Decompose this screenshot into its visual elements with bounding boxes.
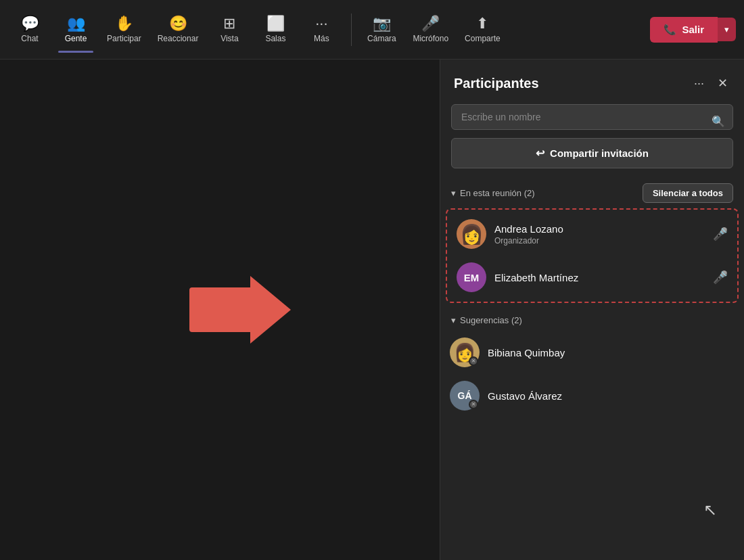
nav-comparte[interactable]: ⬆ Comparte: [458, 12, 507, 47]
participant-info-andrea: Andrea Lozano Organizador: [494, 223, 705, 246]
panel-close-button[interactable]: ✕: [715, 73, 730, 93]
search-icon: 🔍: [712, 115, 725, 128]
salas-icon: ⬜: [266, 16, 285, 31]
end-call-label: Salir: [682, 24, 704, 35]
main-content: Participantes ··· ✕ 🔍 ↩ Compartir invita…: [0, 60, 744, 560]
chat-icon: 💬: [21, 16, 39, 31]
participant-info-gustavo: Gustavo Álvarez: [488, 390, 735, 402]
end-call-button[interactable]: 📞 Salir: [650, 17, 718, 43]
mic-icon-andrea: 🎤: [713, 227, 728, 241]
microfono-label: Micrófono: [413, 34, 448, 43]
participant-role-andrea: Organizador: [494, 236, 705, 246]
phone-icon: 📞: [664, 24, 676, 36]
reaccionar-icon: 😊: [169, 16, 187, 31]
nav-chat[interactable]: 💬 Chat: [8, 12, 51, 47]
panel-header-actions: ··· ✕: [691, 73, 730, 93]
participant-item-gustavo[interactable]: GÁ Gustavo Álvarez: [440, 374, 744, 417]
microfono-icon: 🎤: [421, 16, 440, 31]
vista-label: Vista: [220, 34, 238, 43]
toolbar: 💬 Chat 👥 Gente ✋ Participar 😊 Reaccionar…: [0, 0, 744, 60]
left-area: [0, 60, 440, 560]
nav-camara[interactable]: 📷 Cámara: [360, 12, 403, 47]
cursor-indicator: ↖: [703, 500, 717, 519]
arrow-indicator: [189, 276, 291, 344]
in-meeting-title: ▾ En esta reunión (2): [451, 188, 535, 198]
mic-icon-elizabeth: 🎤: [713, 270, 728, 285]
salas-label: Salas: [265, 34, 285, 43]
participant-name-bibiana: Bibiana Quimbay: [488, 347, 735, 358]
avatar-dot-bibiana: [469, 356, 478, 366]
suggestions-title: ▾ Sugerencias (2): [451, 315, 522, 325]
avatar-bibiana: 👩: [450, 337, 480, 367]
participar-label: Participar: [107, 34, 141, 43]
comparte-icon: ⬆: [476, 16, 488, 31]
share-invite-label: Compartir invitación: [550, 147, 649, 159]
avatar-andrea: 👩: [457, 219, 486, 249]
panel-title: Participantes: [454, 76, 539, 91]
vista-icon: ⊞: [223, 16, 235, 31]
search-container: 🔍: [440, 104, 744, 138]
toolbar-left: 💬 Chat 👥 Gente ✋ Participar 😊 Reaccionar…: [8, 12, 650, 47]
nav-vista[interactable]: ⊞ Vista: [208, 12, 251, 47]
end-call-chevron-button[interactable]: ▾: [718, 18, 736, 41]
search-input[interactable]: [451, 104, 733, 130]
panel-header: Participantes ··· ✕: [440, 60, 744, 104]
in-meeting-chevron: ▾: [451, 188, 456, 198]
participant-name-andrea: Andrea Lozano: [494, 223, 705, 235]
suggestions-chevron: ▾: [451, 315, 456, 325]
gente-icon: 👥: [67, 16, 85, 31]
share-invite-icon: ↩: [536, 147, 544, 160]
comparte-label: Comparte: [465, 34, 501, 43]
toolbar-divider: [351, 14, 352, 46]
participant-info-bibiana: Bibiana Quimbay: [488, 347, 735, 358]
in-meeting-section-header: ▾ En esta reunión (2) Silenciar a todos: [440, 179, 744, 208]
end-call-group: 📞 Salir ▾: [650, 17, 736, 43]
mas-label: Más: [314, 34, 329, 43]
participar-icon: ✋: [115, 16, 133, 31]
participants-dashed-box: 👩 Andrea Lozano Organizador 🎤 EM Elizabe…: [446, 208, 739, 303]
participant-name-gustavo: Gustavo Álvarez: [488, 390, 735, 402]
nav-reaccionar[interactable]: 😊 Reaccionar: [151, 12, 206, 47]
nav-participar[interactable]: ✋ Participar: [100, 12, 148, 47]
share-invite-button[interactable]: ↩ Compartir invitación: [451, 138, 733, 168]
avatar-dot-gustavo: [469, 400, 478, 409]
toolbar-right: 📞 Salir ▾: [650, 17, 736, 43]
nav-mas[interactable]: ··· Más: [300, 12, 343, 47]
panel-more-button[interactable]: ···: [691, 74, 707, 93]
participant-name-elizabeth: Elizabeth Martínez: [494, 272, 705, 283]
camara-icon: 📷: [373, 16, 391, 31]
avatar-elizabeth: EM: [457, 262, 486, 292]
participants-panel: Participantes ··· ✕ 🔍 ↩ Compartir invita…: [440, 60, 744, 560]
nav-microfono[interactable]: 🎤 Micrófono: [406, 12, 455, 47]
avatar-gustavo: GÁ: [450, 381, 480, 411]
gente-label: Gente: [65, 34, 87, 43]
mute-all-button[interactable]: Silenciar a todos: [643, 183, 733, 203]
camara-label: Cámara: [367, 34, 396, 43]
participant-info-elizabeth: Elizabeth Martínez: [494, 272, 705, 283]
participant-item-bibiana[interactable]: 👩 Bibiana Quimbay: [440, 331, 744, 374]
participant-item-elizabeth[interactable]: EM Elizabeth Martínez 🎤: [447, 256, 737, 299]
chat-label: Chat: [21, 34, 38, 43]
suggestions-section: ▾ Sugerencias (2) 👩 Bibiana Quimbay GÁ: [440, 303, 744, 417]
mas-icon: ···: [315, 16, 327, 31]
nav-salas[interactable]: ⬜ Salas: [254, 12, 297, 47]
reaccionar-label: Reaccionar: [158, 34, 199, 43]
participant-item-andrea[interactable]: 👩 Andrea Lozano Organizador 🎤: [447, 212, 737, 256]
nav-gente[interactable]: 👥 Gente: [54, 12, 97, 47]
suggestions-section-header: ▾ Sugerencias (2): [440, 311, 744, 331]
